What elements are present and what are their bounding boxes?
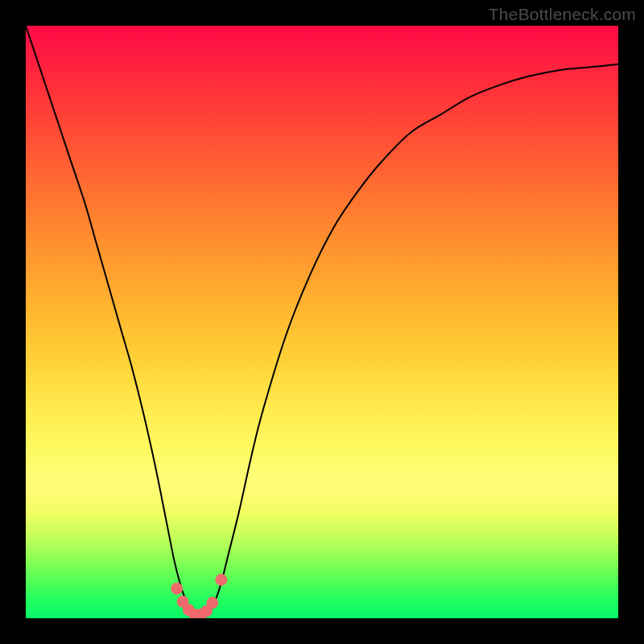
trough-marker [207, 597, 218, 609]
plot-area [26, 26, 618, 618]
trough-marker [216, 574, 227, 585]
bottleneck-curve [26, 26, 618, 618]
curve-layer [26, 26, 618, 618]
watermark-text: TheBottleneck.com [489, 5, 636, 24]
trough-marker [171, 583, 183, 594]
chart-frame: TheBottleneck.com [0, 0, 644, 644]
